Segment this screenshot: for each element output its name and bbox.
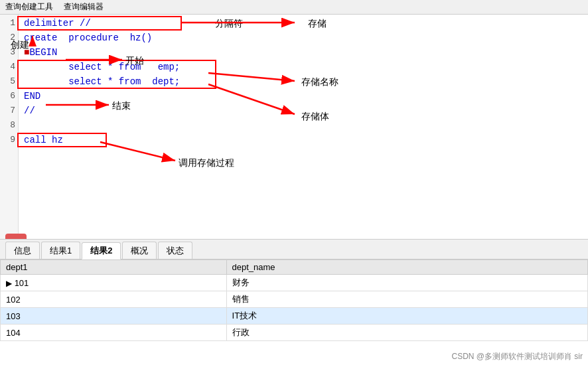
- table-row: 103 IT技术: [1, 308, 588, 325]
- tabs-bar: 信息 结果1 结果2 概况 状态: [0, 240, 588, 259]
- cell-dept-name-2: 销售: [226, 291, 587, 308]
- code-line-2: create procedure hz(): [24, 31, 588, 45]
- col-header-dept-name: dept_name: [226, 260, 587, 275]
- line-num-7: 7: [0, 104, 18, 118]
- cell-dept-name-1: 财务: [226, 275, 587, 291]
- code-call: call hz: [24, 133, 63, 147]
- watermark: CSDN @多测师软件测试培训师肖 sir: [451, 351, 583, 362]
- line-num-2: 2: [0, 31, 18, 45]
- keyword-begin: ■: [24, 45, 29, 60]
- code-line-7: //: [24, 104, 588, 118]
- code-line-4: select * from emp;: [24, 60, 588, 74]
- col-header-dept1: dept1: [1, 260, 227, 275]
- code-editor[interactable]: delimiter // create procedure hz() ■BEGI…: [19, 15, 588, 254]
- table-row: ▶ 101 财务: [1, 275, 588, 291]
- line-num-4: 4: [0, 60, 18, 74]
- code-select-2: select * from dept;: [24, 74, 180, 89]
- code-line-1: delimiter //: [24, 16, 588, 31]
- table-row: 102 销售: [1, 291, 588, 308]
- code-line-9: call hz: [24, 133, 588, 147]
- code-line-6: END: [24, 89, 588, 104]
- bottom-area: 信息 结果1 结果2 概况 状态 dept1 dept_name ▶ 101: [0, 239, 588, 365]
- tab-info[interactable]: 信息: [5, 242, 40, 259]
- keyword-delimiter: delimiter //: [24, 16, 96, 31]
- keyword-begin-text: BEGIN: [29, 45, 62, 60]
- editor-area: 1 2 3 4 5 6 7 8 9 delimiter // create pr…: [0, 15, 588, 254]
- cell-dept1-3: 103: [1, 308, 227, 325]
- code-line-5: select * from dept;: [24, 74, 588, 89]
- line-num-8: 8: [0, 118, 18, 133]
- code-line-3: ■BEGIN: [24, 45, 588, 60]
- tab-overview[interactable]: 概况: [122, 242, 157, 259]
- menu-item-create[interactable]: 查询创建工具: [5, 1, 53, 13]
- result-table: dept1 dept_name ▶ 101 财务 102 销售 103 IT技术: [0, 259, 588, 341]
- tab-result1[interactable]: 结果1: [41, 242, 80, 259]
- code-line-8: [24, 118, 588, 133]
- code-select-1: select * from emp;: [24, 60, 180, 74]
- table-row: 104 行政: [1, 325, 588, 341]
- line-num-9: 9: [0, 133, 18, 147]
- line-num-1: 1: [0, 16, 18, 31]
- line-num-3: 3: [0, 45, 18, 60]
- menu-item-editor[interactable]: 查询编辑器: [64, 1, 104, 13]
- line-num-6: 6: [0, 89, 18, 104]
- line-num-5: 5: [0, 74, 18, 89]
- cell-dept-name-3: IT技术: [226, 308, 587, 325]
- tab-status[interactable]: 状态: [158, 242, 192, 259]
- line-numbers: 1 2 3 4 5 6 7 8 9: [0, 15, 19, 254]
- keyword-end: END: [24, 89, 46, 104]
- cell-dept1-2: 102: [1, 291, 227, 308]
- code-delimiter-end: //: [24, 104, 35, 118]
- cell-dept-name-4: 行政: [226, 325, 587, 341]
- cell-indicator-1: ▶ 101: [1, 275, 227, 291]
- cell-dept1-4: 104: [1, 325, 227, 341]
- table-container: dept1 dept_name ▶ 101 财务 102 销售 103 IT技术: [0, 259, 588, 364]
- tab-result2[interactable]: 结果2: [82, 242, 121, 259]
- menu-bar: 查询创建工具 查询编辑器: [0, 0, 588, 15]
- keyword-create: create procedure hz(): [24, 31, 152, 45]
